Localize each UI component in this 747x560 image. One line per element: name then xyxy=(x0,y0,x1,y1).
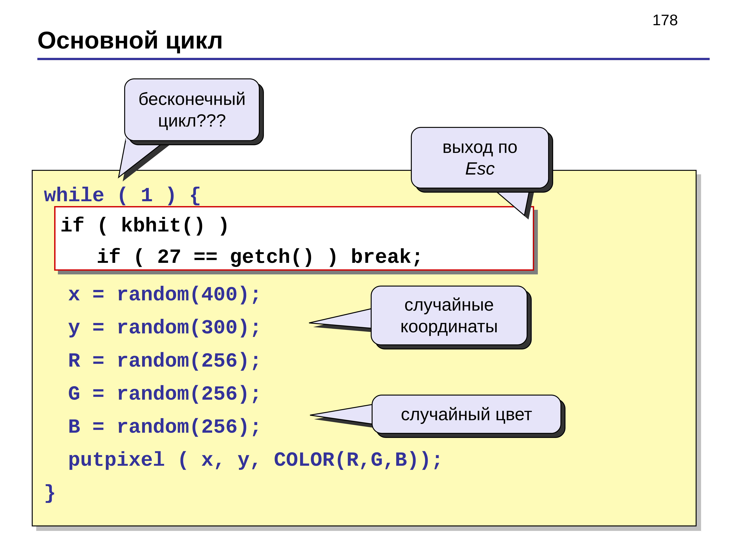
highlight-box-body: if ( kbhit() ) if ( 27 == getch() ) brea… xyxy=(54,206,534,271)
title-underline xyxy=(37,58,710,60)
callout-body: случайный цвет xyxy=(371,395,561,434)
code-line-x: x = random(400); xyxy=(44,284,262,306)
highlight-box: if ( kbhit() ) if ( 27 == getch() ) brea… xyxy=(54,206,534,271)
callout-line1: случайный цвет xyxy=(401,404,532,424)
callout-line1: бесконечный xyxy=(138,89,246,109)
callout-body: случайные координаты xyxy=(371,286,527,345)
callout-line2: координаты xyxy=(401,316,498,336)
hl-line1: if ( kbhit() ) xyxy=(60,215,230,237)
slide-title: Основной цикл xyxy=(37,26,710,54)
code-line-B: B = random(256); xyxy=(44,416,262,439)
callout-tail xyxy=(113,138,180,190)
code-box: while ( 1 ) { x = random(400); y = rando… xyxy=(32,170,697,526)
callout-line2: цикл??? xyxy=(158,110,226,130)
code-line-G: G = random(256); xyxy=(44,383,262,406)
code-line-R: R = random(256); xyxy=(44,350,262,373)
slide: 178 Основной цикл while ( 1 ) { x = rand… xyxy=(0,0,747,560)
callout-body: бесконечный цикл??? xyxy=(124,78,260,141)
page-number: 178 xyxy=(652,11,678,29)
hl-line2: if ( 27 == getch() ) break; xyxy=(60,246,423,269)
svg-marker-7 xyxy=(309,308,375,328)
title-block: Основной цикл xyxy=(37,26,710,60)
code-line-y: y = random(300); xyxy=(44,317,262,339)
highlight-code: if ( kbhit() ) if ( 27 == getch() ) brea… xyxy=(60,210,529,273)
code-line-putpixel: putpixel ( x, y, COLOR(R,G,B)); xyxy=(44,449,443,472)
code-line-close-brace: } xyxy=(44,482,56,505)
callout-esc-key: Esc xyxy=(465,158,495,178)
callout-line1: выход по xyxy=(442,137,517,157)
callout-body: выход по Esc xyxy=(411,127,549,189)
callout-line1: случайные xyxy=(404,295,494,314)
